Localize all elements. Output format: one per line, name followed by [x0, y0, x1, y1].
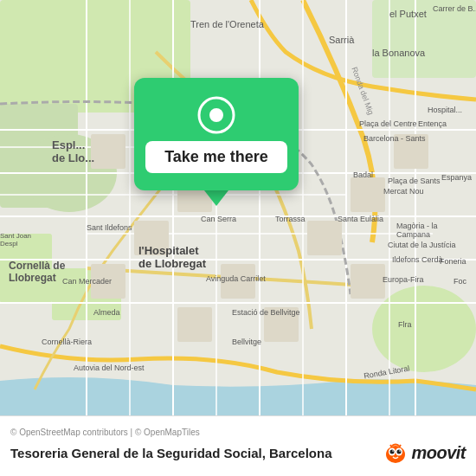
- destination-name: Tesoreria General de la Seguridad Social…: [10, 446, 332, 460]
- destination-row: Tesoreria General de la Seguridad Social…: [10, 441, 466, 465]
- svg-point-45: [400, 450, 402, 452]
- attribution-text: © OpenStreetMap contributors | © OpenMap…: [10, 428, 466, 437]
- cta-popup[interactable]: Take me there: [134, 78, 299, 206]
- moovit-logo: moovit: [383, 441, 466, 465]
- svg-rect-34: [177, 307, 212, 342]
- moovit-brand-text: moovit: [411, 443, 466, 463]
- svg-rect-30: [221, 264, 255, 299]
- svg-point-43: [397, 450, 402, 454]
- location-icon: [197, 96, 235, 134]
- svg-point-39: [386, 446, 405, 463]
- bottom-bar: © OpenStreetMap contributors | © OpenMap…: [0, 415, 476, 476]
- popup-tail: [204, 190, 228, 206]
- svg-point-38: [209, 108, 223, 122]
- take-me-there-button[interactable]: Take me there: [145, 141, 287, 173]
- svg-rect-35: [264, 307, 299, 342]
- svg-rect-3: [372, 0, 476, 78]
- svg-point-42: [390, 450, 395, 454]
- svg-rect-5: [0, 234, 52, 303]
- svg-rect-32: [394, 134, 428, 169]
- svg-rect-28: [351, 177, 385, 212]
- svg-rect-33: [91, 264, 125, 299]
- svg-rect-36: [351, 264, 385, 299]
- map-background: [0, 0, 476, 415]
- svg-rect-31: [307, 221, 342, 255]
- popup-card: Take me there: [134, 78, 299, 190]
- svg-point-44: [393, 450, 395, 452]
- moovit-owl-icon: [383, 441, 408, 465]
- svg-rect-25: [91, 134, 125, 169]
- map-container: Espl...de Llo... l'Hospitaletde Llobrega…: [0, 0, 476, 415]
- svg-point-7: [372, 286, 476, 372]
- svg-rect-29: [134, 221, 169, 255]
